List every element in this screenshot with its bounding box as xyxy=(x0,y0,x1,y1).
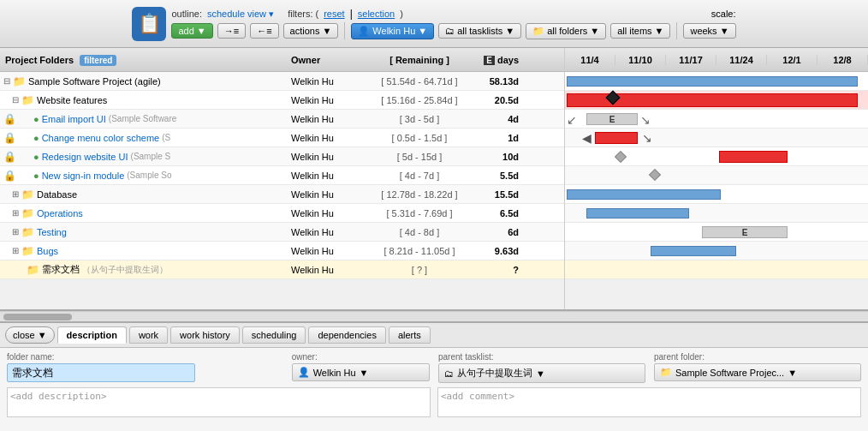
tab-dependencies[interactable]: dependencies xyxy=(308,326,386,344)
blue-bar3 xyxy=(586,208,689,218)
parent-folder-select-button[interactable]: 📁 Sample Software Projec... ▼ xyxy=(654,363,861,381)
all-folders-button[interactable]: 📁 all folders ▼ xyxy=(526,23,606,39)
cell-owner: Welkin Hu xyxy=(291,246,368,256)
table-row[interactable]: 📁 需求文档 （从句子中提取生词） Welkin Hu [ ? ] ? xyxy=(0,260,564,279)
parent-folder-label: parent folder: xyxy=(654,352,861,362)
outline-view-link[interactable]: schedule view ▾ xyxy=(207,9,274,20)
bottom-panel: close ▼ description work work history sc… xyxy=(0,321,868,431)
table-row[interactable]: ⊞ 📁 Database Welkin Hu [ 12.78d - 18.22d… xyxy=(0,185,564,204)
sub-text: (Sample Software xyxy=(109,114,176,123)
cell-remaining: [ 12.78d - 18.22d ] xyxy=(368,189,471,200)
scale-label: scale: xyxy=(711,9,736,19)
tab-alerts[interactable]: alerts xyxy=(389,326,431,344)
weeks-button[interactable]: weeks ▼ xyxy=(683,23,735,39)
circle-icon: ● xyxy=(33,152,39,162)
table-row[interactable]: ⊟ 📁 Website features Welkin Hu [ 15.16d … xyxy=(0,91,564,110)
expand-icon[interactable]: ⊞ xyxy=(12,246,19,255)
filters-reset-link[interactable]: reset xyxy=(324,9,344,19)
close-arrow-icon: ▼ xyxy=(38,330,47,340)
close-button[interactable]: close ▼ xyxy=(5,326,55,344)
filters-end: ) xyxy=(400,9,403,19)
folder-icon: 📁 xyxy=(21,94,34,106)
filters-selection-link[interactable]: selection xyxy=(358,9,395,19)
cell-days: 20.5d xyxy=(471,95,522,105)
separator xyxy=(344,22,345,39)
lock-icon: 🔒 xyxy=(3,170,16,182)
filters-label: filters: ( xyxy=(288,9,318,19)
bar-row xyxy=(565,147,868,166)
table-row[interactable]: ⊞ 📁 Testing Welkin Hu [ 4d - 8d ] 6d xyxy=(0,223,564,242)
blue-bar2 xyxy=(567,189,721,200)
cell-days: 10d xyxy=(471,152,522,162)
cell-days: 6d xyxy=(471,227,522,237)
tab-work[interactable]: work xyxy=(129,326,168,344)
folder-icon: 📁 xyxy=(13,75,26,87)
folder-icon: 📁 xyxy=(21,207,34,219)
expand-icon[interactable]: ⊟ xyxy=(12,95,19,105)
table-row[interactable]: 🔒 ● New sign-in module (Sample So Welkin… xyxy=(0,166,564,185)
horizontal-scrollbar[interactable] xyxy=(0,311,868,321)
description-textarea[interactable]: <add description> xyxy=(7,387,431,417)
cell-days: 58.13d xyxy=(471,76,522,87)
table-row[interactable]: 🔒 ● Redesign website UI (Sample S Welkin… xyxy=(0,147,564,166)
gantt-dates-header: 11/4 11/10 11/17 11/24 12/1 12/8 xyxy=(565,48,868,72)
parent-folder-group: parent folder: 📁 Sample Software Projec.… xyxy=(654,352,861,381)
expand-icon[interactable]: ⊞ xyxy=(12,189,19,199)
tasklists-arrow-icon: ▼ xyxy=(505,26,514,36)
owner-header: Owner xyxy=(291,55,368,65)
owner-select-button[interactable]: 👤 Welkin Hu ▼ xyxy=(292,363,430,381)
all-tasklists-button[interactable]: 🗂 all tasklists ▼ xyxy=(438,23,521,39)
tasklist-icon: 🗂 xyxy=(445,26,455,36)
gantt-left-panel: Project Folders filtered Owner [ Remaini… xyxy=(0,48,565,309)
corner-right-icon: ↘ xyxy=(640,113,651,127)
scroll-thumb[interactable] xyxy=(3,314,72,320)
cell-days: 1d xyxy=(471,133,522,143)
parent-tasklist-group: parent tasklist: 🗂 从句子中提取生词 ▼ xyxy=(438,352,645,383)
cell-owner: Welkin Hu xyxy=(291,133,368,143)
add-button[interactable]: add ▼ xyxy=(171,23,212,39)
all-items-label: all items xyxy=(617,26,651,36)
table-row[interactable]: ⊞ 📁 Bugs Welkin Hu [ 8.21d - 11.05d ] 9.… xyxy=(0,242,564,260)
expand-icon[interactable]: ⊟ xyxy=(3,76,10,86)
owner-label: owner: xyxy=(292,352,430,362)
gantt-header: Project Folders filtered Owner [ Remaini… xyxy=(0,48,564,72)
welkin-hu-button[interactable]: 👤 Welkin Hu ▼ xyxy=(351,23,434,39)
cell-remaining: [ 4d - 8d ] xyxy=(368,227,471,237)
cell-owner: Welkin Hu xyxy=(291,189,368,200)
indent-in-button[interactable]: →≡ xyxy=(217,23,246,39)
date-11-4: 11/4 xyxy=(565,55,615,65)
separator2 xyxy=(676,22,677,39)
owner-group: owner: 👤 Welkin Hu ▼ xyxy=(292,352,430,381)
all-items-button[interactable]: all items ▼ xyxy=(610,23,670,39)
expand-icon[interactable]: ⊞ xyxy=(12,208,19,218)
cell-remaining: [ 0.5d - 1.5d ] xyxy=(368,133,471,143)
circle-icon: ● xyxy=(33,133,39,143)
tab-description[interactable]: description xyxy=(57,326,127,344)
tab-scheduling[interactable]: scheduling xyxy=(242,326,306,344)
indent-out-button[interactable]: ←≡ xyxy=(250,23,278,39)
row-name: Bugs xyxy=(37,246,58,256)
folder-icon2: 📁 xyxy=(660,367,672,378)
circle-icon: ● xyxy=(33,171,39,181)
actions-button[interactable]: actions ▼ xyxy=(283,23,339,39)
sub-text: (S xyxy=(162,133,170,142)
table-row[interactable]: ⊞ 📁 Operations Welkin Hu [ 5.31d - 7.69d… xyxy=(0,204,564,223)
tab-work-history[interactable]: work history xyxy=(170,326,240,344)
all-folders-arrow-icon: ▼ xyxy=(590,26,599,36)
table-row[interactable]: 🔒 ● Email import UI (Sample Software Wel… xyxy=(0,110,564,129)
diamond-small xyxy=(615,151,627,163)
comment-textarea[interactable]: <add comment> xyxy=(437,387,861,417)
parent-folder-arrow-icon: ▼ xyxy=(788,368,797,378)
bar-row xyxy=(565,91,868,110)
cell-owner: Welkin Hu xyxy=(291,208,368,218)
row-name: Website features xyxy=(37,95,107,105)
corner-icon: ↙ xyxy=(567,113,577,127)
table-row[interactable]: ⊟ 📁 Sample Software Project (agile) Welk… xyxy=(0,72,564,91)
table-row[interactable]: 🔒 ● Change menu color scheme (S Welkin H… xyxy=(0,129,564,147)
expand-icon[interactable]: ⊞ xyxy=(12,227,19,236)
folder-name-input[interactable] xyxy=(7,363,195,382)
sub-text: (Sample So xyxy=(127,171,171,180)
cell-days: 9.63d xyxy=(471,246,522,256)
folder-icon: 📁 xyxy=(21,189,34,201)
parent-tasklist-select-button[interactable]: 🗂 从句子中提取生词 ▼ xyxy=(438,363,645,383)
